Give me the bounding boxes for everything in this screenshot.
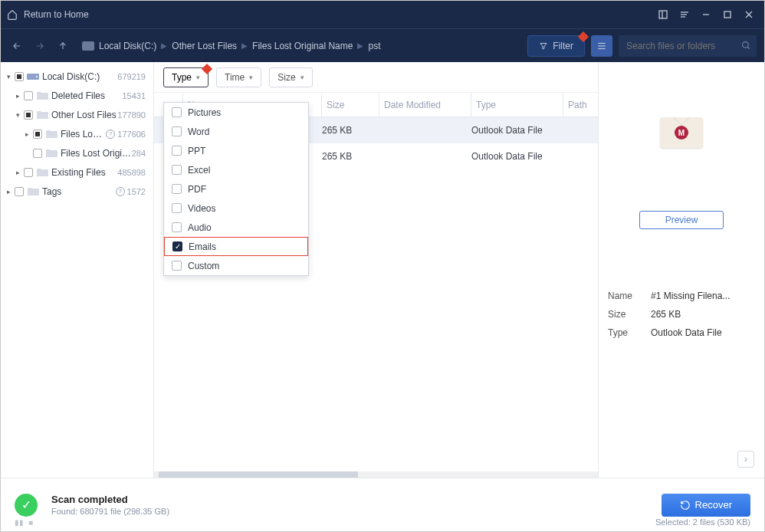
nav-up-button[interactable]	[54, 38, 71, 54]
folder-icon	[36, 110, 48, 120]
option-label: Word	[188, 126, 209, 137]
tree-node-flodir[interactable]: Files Lost Original Dire... 284	[1, 143, 153, 163]
expand-icon[interactable]: ▸	[13, 91, 22, 100]
tree-checkbox[interactable]	[33, 130, 42, 139]
type-option-audio[interactable]: Audio	[164, 218, 308, 237]
col-path[interactable]: Path	[563, 93, 598, 117]
checkbox[interactable]	[172, 222, 182, 232]
tree-checkbox[interactable]	[24, 91, 33, 100]
collapse-icon[interactable]: ▾	[13, 110, 22, 120]
checkbox[interactable]	[172, 165, 182, 175]
tree-node-floname[interactable]: ▸ Files Lost Origi... ? 177606	[1, 124, 153, 143]
preview-thumbnail: M Preview	[608, 71, 755, 229]
close-button[interactable]	[740, 5, 758, 24]
horizontal-scrollbar[interactable]	[154, 471, 598, 478]
checkbox[interactable]	[172, 146, 182, 156]
expand-icon[interactable]: ▸	[13, 168, 22, 177]
tree-checkbox[interactable]	[15, 72, 24, 81]
tree-checkbox[interactable]	[24, 168, 33, 177]
breadcrumb-disk[interactable]: Local Disk(C:)	[99, 41, 156, 51]
folder-icon	[27, 186, 39, 197]
time-dropdown[interactable]: Time ▾	[216, 67, 261, 87]
detail-key-type: Type	[608, 327, 651, 338]
type-option-emails[interactable]: ✓Emails	[164, 237, 308, 256]
breadcrumb-item[interactable]: Other Lost Files	[172, 41, 237, 51]
collapse-icon[interactable]: ▾	[4, 72, 13, 81]
tree-label: Local Disk(C:)	[42, 71, 117, 82]
search-input[interactable]	[626, 41, 741, 51]
menu-button[interactable]	[675, 5, 694, 24]
type-option-ppt[interactable]: PPT	[164, 141, 308, 160]
type-option-custom[interactable]: Custom	[164, 256, 308, 275]
type-option-word[interactable]: Word	[164, 122, 308, 141]
tree-count: 177890	[117, 110, 146, 120]
expand-icon[interactable]: ▸	[4, 187, 13, 196]
recover-button[interactable]: Recover	[662, 494, 750, 517]
type-option-videos[interactable]: Videos	[164, 199, 308, 218]
svg-point-12	[743, 42, 749, 48]
col-date[interactable]: Date Modified	[379, 93, 471, 117]
nav-back-button[interactable]	[8, 38, 25, 54]
pause-icon[interactable]: ▮▮	[15, 518, 24, 527]
checkbox[interactable]	[172, 184, 182, 194]
option-label: PPT	[188, 146, 205, 156]
scan-controls: ▮▮ ■	[15, 518, 33, 527]
maximize-button[interactable]	[718, 5, 737, 24]
type-dropdown[interactable]: Type ▾	[163, 67, 208, 87]
tree-label: Files Lost Origi...	[61, 129, 103, 140]
preview-button[interactable]: Preview	[639, 211, 724, 229]
body: ▾ Local Disk(C:) 679219 ▸ Deleted Files …	[1, 62, 764, 478]
detail-val-type: Outlook Data File	[651, 327, 755, 338]
tree-label: Deleted Files	[51, 90, 122, 101]
layout-button[interactable]	[654, 5, 672, 24]
help-icon[interactable]: ?	[106, 130, 115, 139]
checkbox[interactable]	[172, 107, 182, 117]
file-details: Name#1 Missing Filena... Size265 KB Type…	[608, 291, 755, 346]
help-icon[interactable]: ?	[116, 187, 125, 196]
detail-key-size: Size	[608, 309, 651, 320]
disk-icon	[82, 41, 94, 51]
search-box[interactable]	[619, 35, 757, 57]
breadcrumb-item[interactable]: Files Lost Original Name	[252, 41, 353, 51]
type-option-pdf[interactable]: PDF	[164, 179, 308, 199]
return-home-link[interactable]: Return to Home	[7, 9, 89, 20]
cell-type: Outlook Data File	[471, 125, 563, 136]
type-option-pictures[interactable]: Pictures	[164, 103, 308, 122]
tree-node-deleted[interactable]: ▸ Deleted Files 15431	[1, 86, 153, 105]
breadcrumb-item[interactable]: pst	[368, 41, 380, 51]
titlebar: Return to Home	[1, 1, 764, 28]
col-size[interactable]: Size	[322, 93, 379, 117]
option-label: Pictures	[188, 107, 221, 118]
col-type[interactable]: Type	[471, 93, 563, 117]
tree-checkbox[interactable]	[24, 110, 33, 120]
checkbox[interactable]	[172, 261, 182, 271]
checkbox[interactable]	[172, 126, 182, 136]
checkbox[interactable]	[172, 203, 182, 213]
footer: ✓ Scan completed Found: 680791 file (298…	[1, 478, 764, 531]
option-label: PDF	[188, 184, 206, 195]
stop-icon[interactable]: ■	[28, 518, 33, 527]
svg-rect-0	[659, 11, 667, 18]
filter-button[interactable]: Filter	[527, 35, 585, 57]
tree-checkbox[interactable]	[33, 149, 42, 158]
tree-node-existing[interactable]: ▸ Existing Files 485898	[1, 163, 153, 182]
tree-node-other[interactable]: ▾ Other Lost Files 177890	[1, 105, 153, 124]
option-label: Audio	[188, 222, 212, 233]
scrollbar-thumb[interactable]	[159, 471, 358, 478]
window-controls	[654, 5, 758, 24]
list-view-button[interactable]	[591, 35, 612, 57]
size-dropdown[interactable]: Size ▾	[269, 67, 312, 87]
nav-forward-button[interactable]	[31, 38, 48, 54]
tree-checkbox[interactable]	[15, 187, 24, 196]
tree-count: 177606	[117, 130, 146, 139]
expand-icon[interactable]: ▸	[22, 130, 31, 139]
minimize-button[interactable]	[697, 5, 715, 24]
checkbox[interactable]: ✓	[172, 241, 182, 251]
detail-val-name: #1 Missing Filena...	[651, 291, 755, 301]
type-option-excel[interactable]: Excel	[164, 160, 308, 179]
tree-node-root[interactable]: ▾ Local Disk(C:) 679219	[1, 67, 153, 86]
next-preview-button[interactable]: ›	[737, 451, 754, 468]
tree-count: 485898	[117, 168, 146, 177]
tree-node-tags[interactable]: ▸ Tags ? 1572	[1, 182, 153, 201]
size-label: Size	[277, 72, 295, 83]
